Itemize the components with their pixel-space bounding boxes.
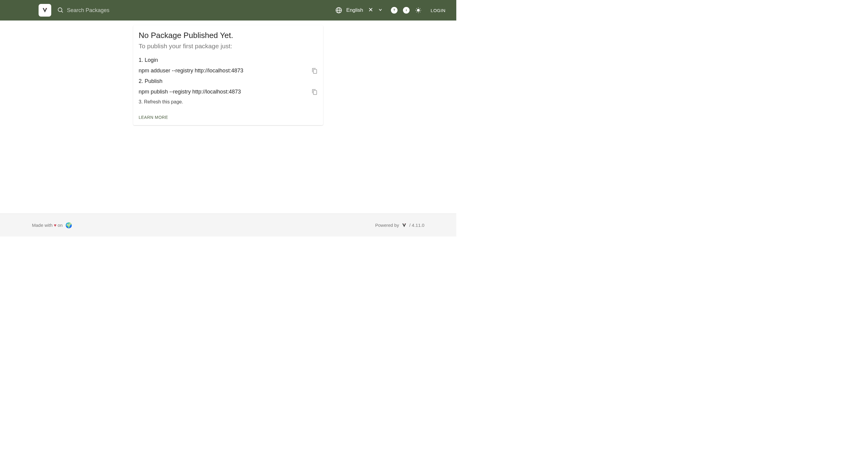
footer-logo-icon [401, 222, 407, 228]
app-header: English ? i [0, 0, 456, 21]
search-icon [57, 7, 64, 13]
verdaccio-logo-icon [41, 7, 48, 13]
main-content: No Package Published Yet. To publish you… [0, 21, 456, 125]
footer-on: on [58, 222, 63, 228]
globe-icon [336, 7, 342, 13]
command-1-text: npm adduser --registry http://localhost:… [138, 67, 243, 74]
login-button[interactable]: LOGIN [427, 5, 449, 16]
svg-line-15 [420, 12, 420, 12]
heart-icon: ♥ [54, 222, 56, 228]
footer-made-with: Made with [32, 222, 53, 228]
info-icon: i [404, 8, 408, 12]
command-2-text: npm publish --registry http://localhost:… [138, 89, 241, 95]
info-button[interactable]: i [403, 7, 410, 13]
svg-text:?: ? [393, 8, 395, 12]
svg-point-9 [417, 9, 420, 11]
app-footer: Made with ♥ on 🌍 Powered by / 4.11.0 [0, 213, 456, 237]
learn-more-button[interactable]: LEARN MORE [138, 113, 318, 122]
step-3-label: 3. Refresh this page. [138, 99, 318, 104]
command-row-1: npm adduser --registry http://localhost:… [138, 67, 318, 74]
svg-line-16 [416, 12, 416, 12]
footer-powered-by: Powered by [375, 222, 399, 228]
command-row-2: npm publish --registry http://localhost:… [138, 89, 318, 95]
theme-toggle-icon[interactable] [415, 7, 422, 13]
copy-icon[interactable] [312, 68, 318, 74]
footer-left: Made with ♥ on 🌍 [32, 222, 72, 229]
header-actions: English ? i [336, 5, 449, 16]
card-subtitle: To publish your first package just: [138, 42, 318, 50]
chevron-down-icon[interactable] [378, 7, 382, 13]
footer-right: Powered by / 4.11.0 [375, 222, 424, 228]
help-button[interactable]: ? [391, 7, 398, 13]
svg-text:i: i [406, 8, 407, 12]
empty-state-card: No Package Published Yet. To publish you… [133, 25, 323, 125]
search-input[interactable] [67, 7, 157, 13]
card-title: No Package Published Yet. [138, 31, 318, 40]
language-label: English [346, 7, 363, 13]
language-selector[interactable]: English [336, 7, 382, 13]
svg-line-1 [61, 11, 63, 13]
language-clear-icon[interactable] [367, 7, 374, 13]
svg-line-14 [416, 8, 416, 9]
svg-line-17 [420, 8, 420, 9]
app-logo[interactable] [38, 4, 51, 17]
copy-icon[interactable] [312, 89, 318, 95]
svg-point-0 [58, 8, 62, 12]
step-1-label: 1. Login [138, 57, 318, 63]
help-icon: ? [393, 8, 396, 12]
earth-icon: 🌍 [64, 222, 72, 229]
search-container [57, 7, 336, 13]
footer-version: / 4.11.0 [409, 222, 424, 228]
step-2-label: 2. Publish [138, 78, 318, 85]
